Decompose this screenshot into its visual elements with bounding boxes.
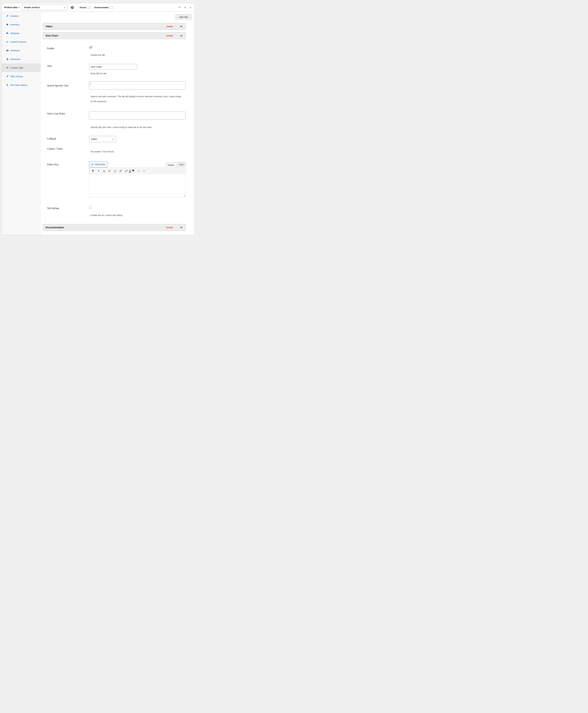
remove-link-button[interactable] [124, 168, 129, 173]
accordion-header-size-chart[interactable]: Size Chart Delete [43, 32, 186, 39]
chevron-down-icon [63, 6, 66, 9]
sidebar-item-advanced[interactable]: Advanced [2, 55, 41, 63]
tab-text[interactable]: Text [177, 162, 186, 167]
search-specific-user-row: Search Specific User Search and add cust… [41, 81, 194, 104]
add-tab-row: Add Tab [41, 12, 194, 20]
product-type-value: Simple product [24, 6, 40, 8]
accordion-title: Size Chart [46, 34, 166, 37]
downloadable-checkbox[interactable] [110, 6, 113, 9]
chevron-down-icon[interactable] [180, 25, 183, 28]
truck-icon [6, 32, 8, 35]
title-input[interactable] [89, 64, 137, 69]
undo-button[interactable] [136, 168, 141, 173]
add-media-label: Add Media [95, 163, 105, 166]
numbered-list-icon: 123 [114, 169, 117, 172]
virtual-checkbox[interactable] [88, 6, 90, 9]
product-data-screen: Product data — Simple product ? Virtual:… [0, 0, 196, 238]
caret-down-icon [132, 169, 134, 172]
virtual-field: Virtual: [80, 6, 90, 9]
select-user-roles-row: Select User Roles Specify tab user roles… [41, 111, 194, 130]
add-media-button[interactable]: Add Media [89, 161, 107, 167]
editor-statusbar [89, 193, 186, 197]
tab-styling-checkbox[interactable] [89, 206, 92, 209]
chevron-up-icon[interactable] [180, 34, 183, 37]
svg-text:3: 3 [114, 171, 114, 172]
link-icon [6, 41, 8, 43]
search-user-description: Search and add customers. The tab will d… [89, 94, 182, 104]
accordion-header-documentation[interactable]: Documentation Delete [43, 224, 186, 231]
custom-tabs-panel: Add Tab Video Delete Size Chart Delete [41, 12, 194, 235]
metabox-body: General Inventory Shipping Linked Produc… [2, 12, 194, 235]
metabox-order-controls [178, 6, 192, 9]
italic-icon: I [98, 169, 99, 172]
italic-button[interactable]: I [96, 168, 101, 173]
sidebar-item-label: Attributes [10, 49, 20, 52]
editor-media-tabs-row: Add Media Visual Text [89, 161, 186, 167]
tab-styling-row: Tab Styling Enable this for custom tab s… [41, 206, 194, 217]
sidebar-item-custom-tabs[interactable]: Custom Tabs [2, 63, 41, 72]
redo-button[interactable] [142, 168, 147, 173]
bold-button[interactable]: B [90, 168, 96, 173]
sidebar-item-label: Shipping [10, 32, 19, 35]
card-icon [6, 49, 8, 52]
title-label: Title [41, 64, 89, 75]
editor-content-area[interactable] [89, 174, 186, 193]
search-user-multiselect[interactable] [89, 81, 185, 89]
product-type-select[interactable]: Simple product [22, 5, 67, 10]
delete-tab-link[interactable]: Delete [166, 226, 173, 229]
underline-button[interactable]: U [102, 168, 107, 173]
sidebar-item-inventory[interactable]: Inventory [2, 20, 41, 29]
check-icon [89, 45, 93, 49]
sidebar-item-linked-products[interactable]: Linked Products [2, 38, 41, 46]
text-color-button[interactable]: A [129, 168, 134, 173]
add-tab-button[interactable]: Add Tab [175, 14, 192, 20]
resize-grip-icon[interactable] [183, 195, 185, 197]
delete-tab-link[interactable]: Delete [166, 34, 173, 37]
sidebar-item-shipping[interactable]: Shipping [2, 29, 41, 38]
title-row: Title Enter title for tab. [41, 64, 194, 75]
enable-checkbox[interactable] [89, 46, 92, 49]
metabox-header: Product data — Simple product ? Virtual:… [2, 3, 194, 12]
bulleted-list-button[interactable] [107, 168, 112, 173]
redo-icon [143, 169, 146, 172]
accordion-header-video[interactable]: Video Delete [43, 23, 186, 30]
toggle-panel-icon[interactable] [189, 6, 192, 8]
sidebar-item-tabs-sorting[interactable]: Tabs Sorting [2, 72, 41, 81]
tab-visual[interactable]: Visual [165, 162, 176, 168]
move-down-icon[interactable] [184, 6, 187, 9]
user-roles-multiselect[interactable] [89, 111, 185, 120]
accordion-title: Video [46, 25, 166, 28]
chevron-down-icon[interactable] [180, 226, 183, 229]
delete-tab-link[interactable]: Delete [166, 25, 173, 28]
bold-icon: B [92, 169, 94, 172]
user-roles-label: Select User Roles [41, 111, 89, 130]
sidebar-item-get-more-options[interactable]: Get more options [2, 81, 41, 89]
sidebar-item-attributes[interactable]: Attributes [2, 46, 41, 55]
tab-styling-description: Enable this for custom tab styling. [89, 214, 182, 217]
media-icon [91, 163, 94, 166]
sidebar-item-label: Advanced [10, 58, 20, 60]
enable-description: Enable this tab [89, 54, 182, 56]
undo-icon [137, 169, 140, 172]
sidebar-item-label: Linked Products [10, 41, 26, 43]
numbered-list-button[interactable]: 123 [112, 168, 118, 173]
sidebar-item-label: Inventory [10, 23, 20, 26]
callback-value: Editor [91, 138, 97, 140]
help-icon[interactable]: ? [71, 6, 74, 9]
size-chart-tab-settings: Enable Enable this tab Title Enter t [41, 39, 194, 217]
tab-styling-label: Tab Styling [41, 206, 89, 217]
enable-row: Enable Enable this tab [41, 46, 194, 56]
insert-link-button[interactable] [118, 168, 123, 173]
callback-select[interactable]: Editor [89, 136, 116, 142]
accordion-title: Documentation [46, 226, 166, 229]
bulleted-list-icon [108, 169, 111, 172]
wrench-icon [6, 75, 8, 78]
search-user-input[interactable] [90, 82, 90, 85]
sidebar-item-general[interactable]: General [2, 12, 41, 20]
sidebar-item-label: General [10, 15, 18, 17]
editor-mode-tabs: Visual Text [165, 162, 186, 167]
move-up-icon[interactable] [178, 6, 181, 9]
text-color-icon: A [129, 169, 131, 172]
metabox-title: Product data — [4, 6, 20, 8]
downloadable-label: Downloadable: [94, 6, 109, 8]
